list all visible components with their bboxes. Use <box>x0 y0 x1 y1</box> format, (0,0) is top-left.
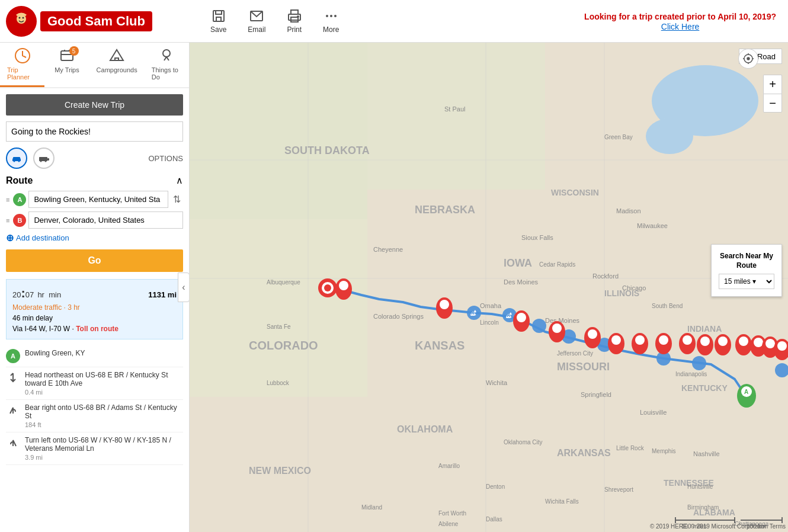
svg-point-10 <box>326 15 328 17</box>
map-area[interactable]: SOUTH DAKOTA NEBRASKA WISCONSIN IOWA ILL… <box>190 43 788 532</box>
svg-text:Abilene: Abilene <box>438 521 459 527</box>
location-button[interactable] <box>738 49 758 69</box>
svg-point-144 <box>747 57 749 60</box>
add-destination-label: Add destination <box>16 233 69 242</box>
svg-text:St Paul: St Paul <box>444 105 465 113</box>
zoom-in-button[interactable]: + <box>763 75 782 94</box>
svg-text:Huntsville: Huntsville <box>687 483 713 490</box>
svg-point-118 <box>718 336 728 346</box>
zoom-controls: + − <box>763 75 782 113</box>
logo-text-area: Good Sam Club <box>40 11 152 31</box>
step-bowling-green-text: Bowling Green, KY <box>25 349 85 357</box>
tab-trip-planner[interactable]: Trip Planner <box>0 43 44 87</box>
tab-things-to-do-label: Things to Do <box>152 66 182 81</box>
email-button[interactable]: Email <box>243 7 270 36</box>
delay-line: 46 min delay <box>12 314 177 322</box>
tab-trip-planner-label: Trip Planner <box>7 66 37 81</box>
svg-text:KANSAS: KANSAS <box>415 339 465 352</box>
svg-text:OKLAHOMA: OKLAHOMA <box>397 424 453 434</box>
step-3-dist: 3.9 mi <box>25 454 183 461</box>
svg-text:Green Bay: Green Bay <box>604 134 633 140</box>
step-3-text: Turn left onto US-68 W / KY-80 W / KY-18… <box>25 436 183 453</box>
svg-text:Springfield: Springfield <box>581 391 611 398</box>
tab-my-trips-label: My Trips <box>55 66 79 73</box>
end-marker: B <box>13 214 26 227</box>
header: Good Sam Club Save Email <box>0 0 788 43</box>
svg-point-102 <box>517 313 526 322</box>
transport-row: OPTIONS <box>6 148 183 169</box>
notice-link[interactable]: Click Here <box>584 22 776 31</box>
svg-point-124 <box>765 339 775 348</box>
go-button[interactable]: Go <box>6 249 183 272</box>
route-hours: 20 <box>12 290 21 299</box>
notice-text: Looking for a trip created prior to Apri… <box>584 12 776 21</box>
svg-text:IOWA: IOWA <box>504 257 532 269</box>
svg-point-88 <box>532 319 546 333</box>
miles-select[interactable]: 15 miles ▾ 10 miles 25 miles 50 miles <box>719 274 774 289</box>
svg-rect-5 <box>216 17 221 21</box>
trip-name-input[interactable] <box>6 121 183 142</box>
end-input-row: ≡ B <box>6 211 183 229</box>
svg-text:Dallas: Dallas <box>486 516 502 523</box>
step-1-icon <box>6 371 20 385</box>
location-icon <box>743 53 754 64</box>
header-notice: Looking for a trip created prior to Apri… <box>584 11 776 31</box>
logo-badge <box>6 6 37 37</box>
car-transport-icon[interactable] <box>6 148 27 169</box>
step-3-icon <box>6 436 20 450</box>
end-input[interactable] <box>28 211 183 229</box>
logo-area: Good Sam Club <box>6 6 152 37</box>
route-minutes: 07 <box>25 290 34 299</box>
save-button[interactable]: Save <box>206 7 231 36</box>
collapse-panel-button[interactable]: ‹ <box>178 273 190 302</box>
route-distance: 1131 mi <box>148 290 177 299</box>
start-input-row: ≡ A ⇅ <box>6 191 183 208</box>
tab-campgrounds[interactable]: Campgrounds <box>89 43 145 87</box>
tab-things-to-do[interactable]: Things to Do <box>145 43 189 87</box>
svg-text:Shreveport: Shreveport <box>604 486 633 493</box>
tab-my-trips[interactable]: My Trips 5 <box>44 43 89 87</box>
svg-text:Albuquerque: Albuquerque <box>267 279 300 286</box>
zoom-out-button[interactable]: − <box>763 94 782 113</box>
svg-text:🏕: 🏕 <box>470 310 476 316</box>
more-button[interactable]: More <box>318 7 344 36</box>
step-1: Head northeast on US-68 E BR / Kentucky … <box>6 367 183 400</box>
svg-point-92 <box>692 356 706 370</box>
options-button[interactable]: OPTIONS <box>148 154 183 163</box>
svg-text:Lincoln: Lincoln <box>480 319 499 326</box>
svg-point-104 <box>552 323 562 333</box>
step-2: Bear right onto US-68 BR / Adams St / Ke… <box>6 400 183 432</box>
route-time: 20:07 hr min <box>12 286 61 301</box>
search-near-route-title: Search Near My Route <box>719 252 774 270</box>
rv-transport-icon[interactable] <box>33 148 55 169</box>
print-button[interactable]: Print <box>282 7 306 36</box>
svg-text:MISSOURI: MISSOURI <box>557 361 610 373</box>
traffic-line: Moderate traffic · 3 hr <box>12 303 177 312</box>
svg-text:🏕: 🏕 <box>506 312 512 319</box>
add-destination-button[interactable]: ⊕ Add destination <box>6 232 69 243</box>
step-2-icon <box>6 403 20 418</box>
delay-text: 46 min delay <box>12 314 53 322</box>
route-collapse-btn[interactable]: ∧ <box>176 175 183 186</box>
create-trip-button[interactable]: Create New Trip <box>6 94 183 116</box>
svg-point-21 <box>45 161 47 162</box>
svg-text:Des Moines: Des Moines <box>545 317 580 324</box>
hamburger-icon: ≡ <box>6 196 9 203</box>
step-1-text: Head northeast on US-68 E BR / Kentucky … <box>25 371 183 387</box>
swap-button[interactable]: ⇅ <box>171 193 183 206</box>
step-2-dist: 184 ft <box>25 421 183 428</box>
svg-point-16 <box>14 161 15 162</box>
print-label: Print <box>287 25 302 34</box>
hr-label: hr <box>37 290 44 299</box>
svg-text:Fort Worth: Fort Worth <box>438 510 466 517</box>
step-2-text: Bear right onto US-68 BR / Adams St / Ke… <box>25 403 183 420</box>
step-3: Turn left onto US-68 W / KY-80 W / KY-18… <box>6 432 183 465</box>
email-label: Email <box>248 25 265 34</box>
start-input[interactable] <box>28 191 168 208</box>
svg-text:NEBRASKA: NEBRASKA <box>415 204 475 216</box>
route-section: Route ∧ ≡ A ⇅ ≡ B ⊕ Add destination <box>6 175 183 465</box>
svg-rect-26 <box>367 43 545 190</box>
svg-point-2 <box>19 17 21 18</box>
steps-list: A Bowling Green, KY <box>6 345 183 465</box>
waypoint-a-icon: A <box>6 349 20 363</box>
